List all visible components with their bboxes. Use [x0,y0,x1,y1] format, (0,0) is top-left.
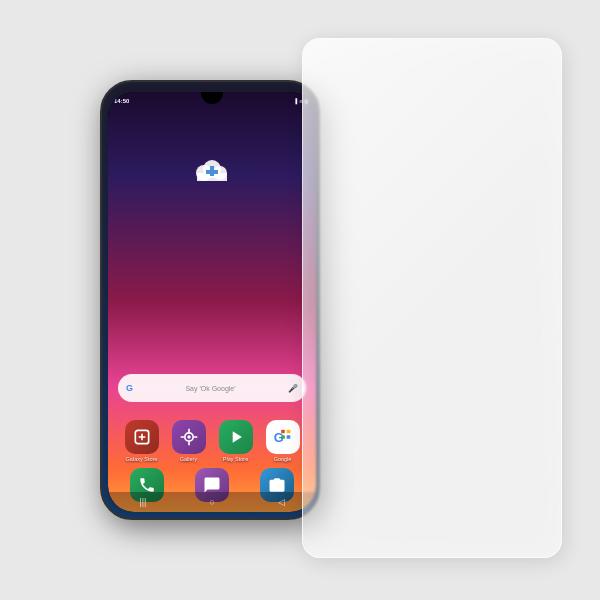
galaxy-store-label: Galaxy Store [126,456,158,462]
status-time: 14:50 [114,98,129,104]
phone-body: 14:50 ▐ ≋ ▮ [100,80,320,520]
svg-rect-14 [281,430,285,434]
scene: 14:50 ▐ ≋ ▮ [0,0,600,600]
play-store-label: Play Store [223,456,248,462]
google-g-logo: G [126,383,133,393]
play-store-icon [219,420,253,454]
phone: 14:50 ▐ ≋ ▮ [100,80,320,520]
glass-shine [303,39,561,557]
svg-rect-15 [286,430,290,434]
app-grid: Galaxy Store [116,420,308,462]
galaxy-store-icon [125,420,159,454]
app-galaxy-store[interactable]: Galaxy Store [120,420,163,462]
glass-protector [302,38,562,558]
app-gallery[interactable]: Gallery [167,420,210,462]
nav-bar: ||| ○ ◁ [108,492,316,512]
search-bar[interactable]: G Say 'Ok Google' 🎤 [118,374,306,402]
svg-point-8 [187,435,190,438]
app-google[interactable]: G Google [261,420,304,462]
svg-rect-17 [286,435,290,439]
cloud-widget [192,157,232,185]
nav-back[interactable]: ◁ [278,497,285,507]
gallery-label: Gallery [180,456,197,462]
gallery-icon [172,420,206,454]
mic-icon[interactable]: 🎤 [288,384,298,393]
app-play-store[interactable]: Play Store [214,420,257,462]
google-label: Google [274,456,292,462]
nav-recents[interactable]: ||| [139,497,146,507]
cloud-icon [192,157,232,185]
nav-home[interactable]: ○ [209,497,214,507]
signal-icon: ▐ [293,98,297,104]
phone-screen: 14:50 ▐ ≋ ▮ [108,92,316,512]
google-icon: G [266,420,300,454]
svg-rect-5 [206,170,218,174]
svg-rect-16 [281,435,285,439]
search-placeholder: Say 'Ok Google' [137,385,284,392]
screen-content: 14:50 ▐ ≋ ▮ [108,92,316,512]
